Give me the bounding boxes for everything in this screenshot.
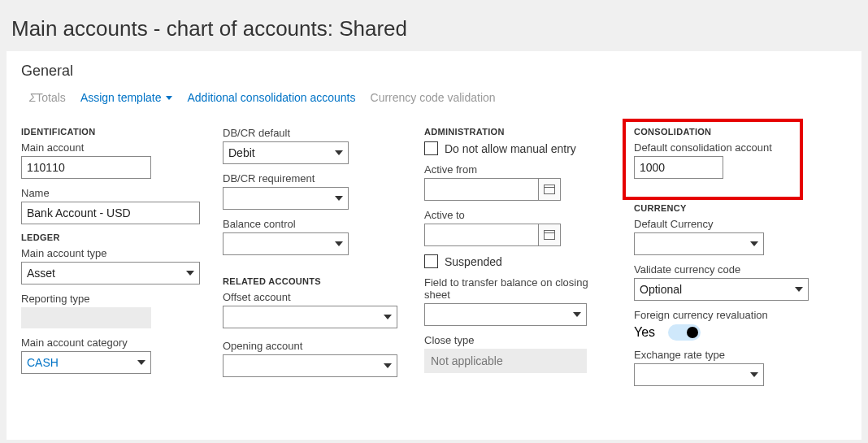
assign-template-label: Assign template — [80, 91, 162, 104]
validate-currency-value: Optional — [640, 283, 790, 296]
active-to-input[interactable] — [424, 224, 538, 246]
field-transfer-select[interactable] — [424, 303, 587, 326]
exchange-rate-type-select[interactable] — [634, 363, 764, 386]
chevron-down-icon — [573, 312, 581, 317]
main-account-type-select[interactable]: Asset — [21, 262, 200, 284]
totals-button[interactable]: Σ Totals — [29, 91, 66, 104]
default-consolidation-input[interactable] — [634, 156, 723, 179]
do-not-allow-checkbox[interactable] — [424, 141, 438, 155]
toolbar: Σ Totals Assign template Additional cons… — [21, 91, 847, 104]
name-label: Name — [21, 187, 200, 199]
main-account-type-value: Asset — [27, 267, 181, 280]
chevron-down-icon — [750, 241, 758, 246]
opening-account-label: Opening account — [223, 340, 401, 352]
main-account-input[interactable] — [21, 156, 151, 179]
chevron-down-icon — [335, 241, 343, 246]
dbcr-requirement-select[interactable] — [223, 187, 349, 210]
sigma-icon: Σ — [29, 91, 36, 104]
currency-heading: CURRENCY — [634, 203, 821, 213]
currency-code-validation-button[interactable]: Currency code validation — [371, 91, 496, 104]
chevron-down-icon — [384, 363, 392, 368]
chevron-down-icon — [335, 150, 343, 155]
suspended-checkbox[interactable] — [424, 254, 438, 268]
main-account-type-label: Main account type — [21, 247, 200, 259]
reporting-type-readonly — [21, 307, 151, 328]
active-to-calendar-button[interactable] — [538, 224, 561, 246]
assign-template-button[interactable]: Assign template — [80, 91, 173, 104]
default-currency-label: Default Currency — [634, 218, 821, 230]
chevron-down-icon — [795, 287, 803, 292]
active-from-calendar-button[interactable] — [538, 178, 561, 201]
administration-heading: ADMINISTRATION — [424, 127, 611, 137]
main-account-label: Main account — [21, 141, 200, 154]
suspended-label: Suspended — [445, 255, 502, 268]
foreign-currency-label: Foreign currency revaluation — [634, 309, 821, 321]
offset-account-select[interactable] — [223, 306, 397, 328]
chevron-down-icon — [186, 271, 194, 276]
chevron-down-icon — [137, 360, 145, 365]
field-transfer-label: Field to transfer balance on closing she… — [424, 276, 611, 301]
ledger-heading: LEDGER — [21, 232, 200, 242]
main-account-category-label: Main account category — [21, 337, 200, 349]
offset-account-label: Offset account — [223, 291, 401, 303]
name-input[interactable] — [21, 202, 200, 224]
calendar-icon — [544, 230, 555, 240]
main-account-category-select[interactable]: CASH — [21, 351, 151, 374]
default-consolidation-label: Default consolidation account — [634, 141, 821, 154]
dbcr-default-value: Debit — [228, 146, 330, 159]
foreign-currency-value: Yes — [634, 325, 655, 340]
consolidation-heading: CONSOLIDATION — [634, 127, 821, 137]
totals-label: Totals — [36, 91, 66, 104]
toggle-knob-icon — [687, 327, 698, 338]
dbcr-default-label: DB/CR default — [223, 127, 401, 139]
validate-currency-label: Validate currency code — [634, 263, 821, 276]
close-type-display: Not applicable — [424, 349, 587, 373]
validate-currency-select[interactable]: Optional — [634, 278, 809, 301]
additional-consolidation-button[interactable]: Additional consolidation accounts — [187, 91, 355, 104]
default-currency-select[interactable] — [634, 232, 764, 255]
balance-control-select[interactable] — [223, 232, 349, 255]
active-from-input[interactable] — [424, 178, 538, 201]
panel-title: General — [21, 63, 847, 80]
chevron-down-icon — [384, 315, 392, 319]
related-accounts-heading: RELATED ACCOUNTS — [223, 276, 401, 286]
chevron-down-icon — [166, 96, 172, 100]
calendar-icon — [544, 185, 555, 194]
do-not-allow-label: Do not allow manual entry — [445, 142, 576, 155]
exchange-rate-type-label: Exchange rate type — [634, 349, 821, 361]
balance-control-label: Balance control — [223, 218, 401, 230]
foreign-currency-toggle[interactable] — [668, 324, 701, 341]
chevron-down-icon — [335, 196, 343, 201]
close-type-label: Close type — [424, 334, 611, 346]
dbcr-requirement-label: DB/CR requirement — [223, 172, 401, 185]
main-account-category-value: CASH — [27, 356, 132, 369]
active-from-label: Active from — [424, 163, 611, 176]
opening-account-select[interactable] — [223, 354, 397, 377]
dbcr-default-select[interactable]: Debit — [223, 141, 349, 164]
chevron-down-icon — [750, 372, 758, 377]
identification-heading: IDENTIFICATION — [21, 127, 200, 137]
page-title: Main accounts - chart of accounts: Share… — [0, 0, 868, 51]
reporting-type-label: Reporting type — [21, 293, 200, 305]
active-to-label: Active to — [424, 209, 611, 221]
general-panel: General Σ Totals Assign template Additio… — [7, 51, 861, 440]
